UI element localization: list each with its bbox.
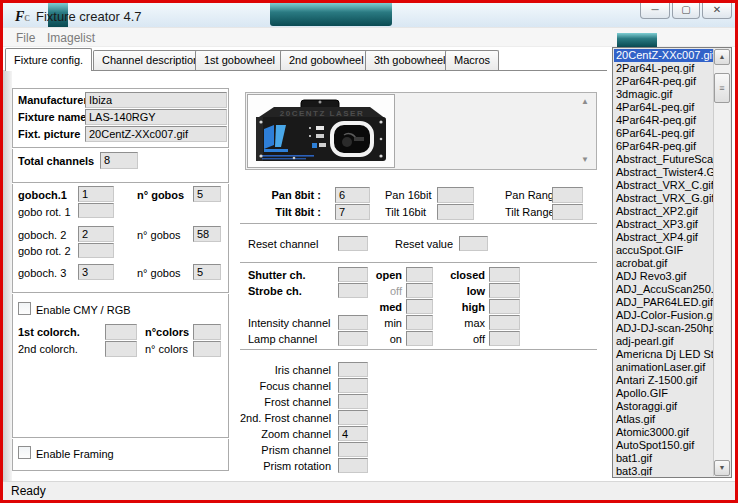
- tab-fixture-config[interactable]: Fixture config.: [5, 48, 92, 71]
- tilt-range-input[interactable]: [552, 204, 583, 220]
- tilt-16bit-input[interactable]: [437, 204, 474, 220]
- tab-1st-gobowheel[interactable]: 1st gobowheel: [195, 50, 284, 70]
- colorch1-input[interactable]: [105, 324, 137, 340]
- imagelist-item[interactable]: ADJ_AccuScan250.: [614, 283, 714, 296]
- imagelist-item[interactable]: Abstract_FutureScan: [614, 153, 714, 166]
- aux-channel-label-4: Zoom channel: [240, 428, 331, 440]
- imagelist-item[interactable]: 3dmagic.gif: [614, 88, 714, 101]
- aux-channel-input-4[interactable]: 4: [338, 426, 368, 441]
- imagelist-item[interactable]: 6Par64L-peq.gif: [614, 127, 714, 140]
- aux-channel-input-1[interactable]: [338, 378, 368, 393]
- med-input[interactable]: [406, 299, 433, 314]
- ncolors2-input[interactable]: [193, 341, 221, 357]
- intensity-channel-input[interactable]: [338, 315, 368, 330]
- high-input[interactable]: [489, 299, 520, 314]
- colorch2-input[interactable]: [105, 341, 137, 357]
- imagelist-item[interactable]: accuSpot.GIF: [614, 244, 714, 257]
- imagelist-item[interactable]: ADJ-DJ-scan-250hp: [614, 322, 714, 335]
- imagelist-item[interactable]: 2Par64R-peq.gif: [614, 75, 714, 88]
- tab-2nd-gobowheel[interactable]: 2nd gobowheel: [280, 50, 373, 70]
- imagelist-item[interactable]: Antari Z-1500.gif: [614, 374, 714, 387]
- imagelist-item[interactable]: 6Par64R-peq.gif: [614, 140, 714, 153]
- tab-3th-gobowheel[interactable]: 3th gobowheel: [365, 50, 455, 70]
- imagelist-item[interactable]: Abstract_XP4.gif: [614, 231, 714, 244]
- scroll-up-button[interactable]: ▲: [714, 49, 730, 65]
- tab-channel-description[interactable]: Channel description: [93, 50, 208, 70]
- ngobos1-input[interactable]: 5: [193, 186, 221, 202]
- ncolors1-input[interactable]: [193, 324, 221, 340]
- aux-channel-input-3[interactable]: [338, 410, 368, 425]
- imagelist-item[interactable]: acrobat.gif: [614, 257, 714, 270]
- open-input[interactable]: [406, 267, 433, 282]
- imagelist-item[interactable]: AutoSpot150.gif: [614, 439, 714, 452]
- goboch1-input[interactable]: 1: [78, 186, 114, 202]
- lamp-off-input[interactable]: [489, 331, 520, 346]
- scroll-up-icon: ▲: [719, 53, 726, 60]
- aux-channel-input-5[interactable]: [338, 442, 368, 457]
- imagelist-item[interactable]: animationLaser.gif: [614, 361, 714, 374]
- imagelist-item[interactable]: Abstract_Twister4.G: [614, 166, 714, 179]
- imagelist-item[interactable]: Atlas.gif: [614, 413, 714, 426]
- imagelist-item[interactable]: 2Par64L-peq.gif: [614, 62, 714, 75]
- imagelist-item[interactable]: Americna Dj LED St.: [614, 348, 714, 361]
- gobo-rot1-input[interactable]: [78, 203, 114, 218]
- strobe-off-input[interactable]: [406, 283, 433, 298]
- imagelist-item[interactable]: Atomic3000.gif: [614, 426, 714, 439]
- pan-16bit-input[interactable]: [437, 187, 474, 203]
- imagelist-item[interactable]: ADJ Revo3.gif: [614, 270, 714, 283]
- goboch3-input[interactable]: 3: [78, 264, 114, 280]
- imagelist-item[interactable]: ADJ-Color-Fusion.gif: [614, 309, 714, 322]
- gobo-rot2-input[interactable]: [78, 243, 114, 258]
- imagelist-item[interactable]: Abstract_XP3.gif: [614, 218, 714, 231]
- min-input[interactable]: [406, 315, 433, 330]
- closed-input[interactable]: [489, 267, 520, 282]
- imagelist-item[interactable]: 20CentZ-XXc007.gif: [614, 49, 714, 62]
- fixture-name-input[interactable]: LAS-140RGY: [85, 109, 227, 125]
- scroll-thumb[interactable]: ≡: [714, 73, 730, 103]
- goboch2-input[interactable]: 2: [78, 226, 114, 242]
- colorch1-label: 1st colorch.: [18, 326, 80, 338]
- closed-label: closed: [443, 269, 485, 281]
- imagelist-scrollbar[interactable]: ▲ ≡ ▼: [713, 49, 730, 476]
- maximize-button[interactable]: ▢: [672, 3, 700, 19]
- imagelist-item[interactable]: Apollo.GIF: [614, 387, 714, 400]
- imagelist-item[interactable]: Abstract_XP2.gif: [614, 205, 714, 218]
- imagelist-item[interactable]: adj-pearl.gif: [614, 335, 714, 348]
- pan-8bit-input[interactable]: 6: [335, 187, 370, 203]
- shutter-ch-input[interactable]: [338, 267, 368, 282]
- tab-macros[interactable]: Macros: [445, 50, 499, 70]
- max-input[interactable]: [489, 315, 520, 330]
- imagelist-item[interactable]: 4Par64R-peq.gif: [614, 114, 714, 127]
- aux-channel-input-0[interactable]: [338, 362, 368, 377]
- imagelist-item[interactable]: 4Par64L-peq.gif: [614, 101, 714, 114]
- aux-channel-input-6[interactable]: [338, 458, 368, 473]
- pan-range-input[interactable]: [552, 187, 583, 203]
- maximize-icon: ▢: [681, 4, 690, 15]
- reset-value-input[interactable]: [459, 236, 488, 251]
- imagelist-item[interactable]: bat3.gif: [614, 465, 714, 476]
- background-window-artifact: [270, 3, 392, 26]
- imagelist-item[interactable]: Abstract_VRX_G.gif: [614, 192, 714, 205]
- imagelist-listbox[interactable]: 20CentZ-XXc007.gif2Par64L-peq.gif2Par64R…: [612, 47, 732, 478]
- pan-8bit-label: Pan 8bit :: [245, 189, 321, 201]
- imagelist-item[interactable]: ADJ_PAR64LED.gif: [614, 296, 714, 309]
- fixt-picture-input[interactable]: 20CentZ-XXc007.gif: [85, 126, 227, 142]
- close-button[interactable]: ✕: [702, 3, 732, 19]
- aux-channel-input-2[interactable]: [338, 394, 368, 409]
- lamp-channel-input[interactable]: [338, 331, 368, 346]
- ngobos2-input[interactable]: 58: [193, 226, 221, 242]
- imagelist-item[interactable]: Abstract_VRX_C.gif: [614, 179, 714, 192]
- strobe-ch-input[interactable]: [338, 283, 368, 298]
- on-input[interactable]: [406, 331, 433, 346]
- imagelist-item[interactable]: bat1.gif: [614, 452, 714, 465]
- total-channels-input[interactable]: 8: [100, 152, 138, 169]
- tilt-8bit-input[interactable]: 7: [335, 204, 370, 220]
- imagelist-item[interactable]: Astoraggi.gif: [614, 400, 714, 413]
- reset-channel-input[interactable]: [338, 236, 368, 251]
- manufacturer-input[interactable]: Ibiza: [85, 92, 227, 108]
- scroll-down-button[interactable]: ▼: [714, 460, 730, 476]
- ngobos3-input[interactable]: 5: [193, 264, 221, 280]
- low-input[interactable]: [489, 283, 520, 298]
- strobe-off-label: off: [362, 285, 402, 297]
- minimize-button[interactable]: ─: [640, 3, 670, 19]
